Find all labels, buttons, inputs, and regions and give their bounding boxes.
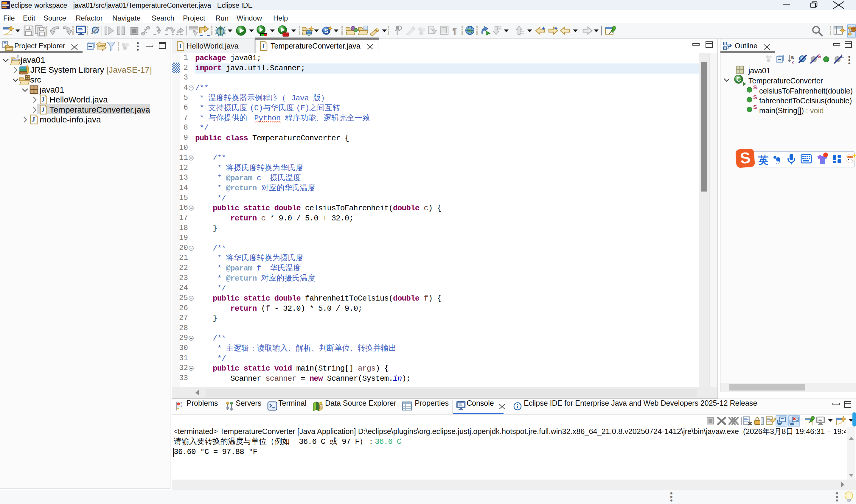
svg-text:J: J: [262, 42, 265, 50]
svg-text:C: C: [736, 76, 741, 83]
svg-text:J: J: [32, 116, 35, 123]
svg-text:J: J: [41, 96, 45, 103]
svg-text:S: S: [739, 149, 751, 167]
svg-text:a: a: [791, 55, 794, 59]
svg-text:J: J: [41, 106, 45, 113]
svg-text:z: z: [792, 59, 794, 64]
svg-text:J: J: [16, 54, 19, 59]
svg-text:J: J: [178, 42, 182, 50]
svg-text:S: S: [324, 28, 328, 34]
